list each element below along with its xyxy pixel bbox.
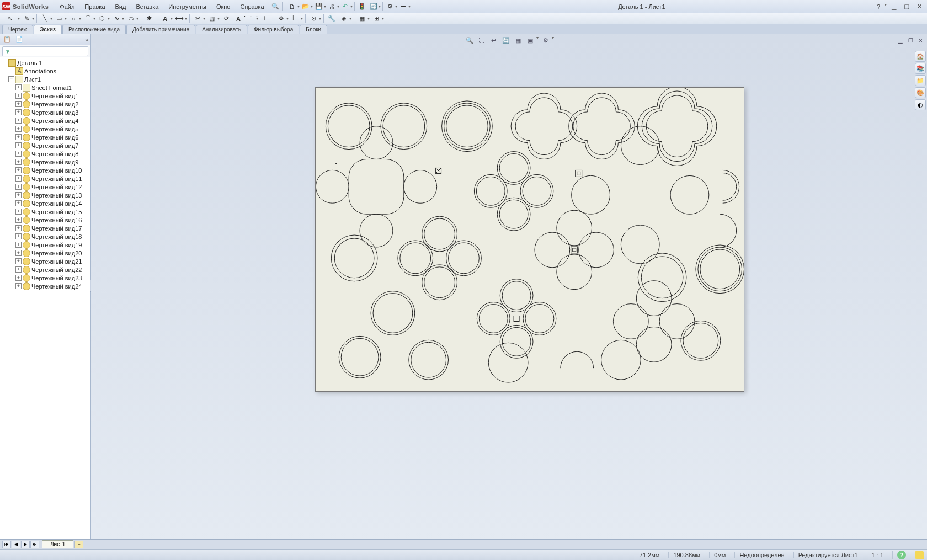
menu-view[interactable]: Вид — [111, 2, 131, 12]
last-sheet-button[interactable]: ⏭ — [30, 541, 39, 548]
tree-expander-icon[interactable]: + — [15, 192, 22, 198]
maximize-button[interactable]: ▢ — [901, 2, 912, 11]
3d-sketch-icon[interactable]: ◈ — [338, 14, 349, 24]
prev-sheet-button[interactable]: ◀ — [12, 541, 20, 548]
minimize-button[interactable]: ▁ — [888, 2, 899, 11]
zoom-fit-icon[interactable]: 🔍 — [465, 35, 475, 45]
tree-expander-icon[interactable]: − — [8, 76, 14, 82]
save-icon[interactable]: 💾 — [313, 2, 324, 12]
tree-expander-icon[interactable]: + — [15, 93, 22, 99]
collapse-panel-icon[interactable]: » — [85, 36, 88, 43]
offset-icon[interactable]: ⟳ — [221, 14, 232, 24]
tree-expander-icon[interactable]: + — [15, 233, 22, 239]
undo-icon[interactable]: ↶ — [340, 2, 351, 12]
tree-expander-icon[interactable]: + — [15, 200, 22, 206]
repair-icon[interactable]: 🔧 — [326, 14, 337, 24]
next-sheet-button[interactable]: ▶ — [21, 541, 30, 548]
menu-insert[interactable]: Вставка — [131, 2, 163, 12]
tree-expander-icon[interactable]: + — [15, 275, 22, 281]
tab-sketch[interactable]: Эскиз — [34, 25, 62, 34]
rebuild-view-icon[interactable]: 🔄 — [501, 35, 511, 45]
print-icon[interactable]: 🖨 — [327, 2, 338, 12]
sheet-tab[interactable]: Лист1 — [42, 540, 73, 548]
tree-expander-icon[interactable]: + — [15, 175, 22, 182]
tree-drawing-view-11[interactable]: +Чертежный вид11 — [1, 174, 89, 183]
tree-drawing-view-23[interactable]: +Чертежный вид23 — [1, 274, 89, 282]
tree-drawing-view-1[interactable]: +Чертежный вид1 — [1, 92, 89, 100]
convert-icon[interactable]: ▧ — [206, 14, 217, 24]
tree-drawing-view-2[interactable]: +Чертежный вид2 — [1, 100, 89, 108]
tree-drawing-view-16[interactable]: +Чертежный вид16 — [1, 216, 89, 224]
appearances-icon[interactable]: ◐ — [915, 99, 926, 110]
menu-tools[interactable]: Инструменты — [164, 2, 211, 12]
tree-drawing-view-6[interactable]: +Чертежный вид6 — [1, 133, 89, 141]
tree-expander-icon[interactable]: + — [15, 217, 22, 223]
options-icon[interactable]: ⚙ — [385, 2, 396, 12]
circle-icon[interactable]: ○ — [68, 14, 79, 24]
first-sheet-button[interactable]: ⏮ — [2, 541, 11, 548]
open-icon[interactable]: 📂 — [300, 2, 311, 12]
close-button[interactable]: ✕ — [914, 2, 925, 11]
arc-icon[interactable]: ⌒ — [82, 14, 93, 24]
tree-expander-icon[interactable]: + — [15, 184, 22, 190]
tree-expander-icon[interactable]: + — [15, 142, 22, 148]
tree-drawing-view-5[interactable]: +Чертежный вид5 — [1, 125, 89, 133]
view-palette-icon[interactable]: 🎨 — [915, 87, 926, 98]
tree-sheet[interactable]: −Лист1 — [1, 75, 89, 83]
point-icon[interactable]: ✱ — [143, 14, 154, 24]
tree-expander-icon[interactable]: + — [15, 250, 22, 256]
menu-window[interactable]: Окно — [212, 2, 235, 12]
tree-drawing-view-20[interactable]: +Чертежный вид20 — [1, 249, 89, 257]
traffic-light-icon[interactable]: 🚦 — [356, 2, 367, 12]
inner-minimize-button[interactable]: ▁ — [896, 36, 905, 44]
move-icon[interactable]: ✥ — [275, 14, 286, 24]
zoom-prev-icon[interactable]: ↩ — [489, 35, 499, 45]
menu-help[interactable]: Справка — [236, 2, 268, 12]
quick-snap-icon[interactable]: ⊙ — [308, 14, 319, 24]
menu-file[interactable]: Файл — [55, 2, 79, 12]
new-icon[interactable]: 🗋 — [287, 2, 298, 12]
zoom-area-icon[interactable]: ⛶ — [477, 35, 487, 45]
tree-expander-icon[interactable]: + — [15, 101, 22, 107]
drawing-canvas[interactable]: ▁ ❐ ✕ 🔍 ⛶ ↩ 🔄 ▦ ▣▾ ⚙▾ 🏠 📚 📁 🎨 ◐ — [91, 34, 927, 539]
tree-expander-icon[interactable]: + — [15, 134, 22, 140]
tree-drawing-view-15[interactable]: +Чертежный вид15 — [1, 207, 89, 216]
search-icon[interactable]: 🔍 — [270, 2, 281, 12]
tree-expander-icon[interactable]: + — [15, 109, 22, 115]
pattern-icon[interactable]: ⋮⋮⋮ — [245, 14, 256, 24]
table-icon[interactable]: ⊞ — [371, 14, 382, 24]
section-view-icon[interactable]: ▦ — [513, 35, 523, 45]
rebuild-icon[interactable]: 🔄 — [368, 2, 379, 12]
tree-drawing-view-4[interactable]: +Чертежный вид4 — [1, 116, 89, 125]
tab-annotation[interactable]: Добавить примечание — [126, 25, 195, 34]
design-library-icon[interactable]: 📚 — [915, 63, 926, 74]
tree-drawing-view-14[interactable]: +Чертежный вид14 — [1, 199, 89, 207]
trim-icon[interactable]: ✂ — [192, 14, 203, 24]
tree-drawing-view-9[interactable]: +Чертежный вид9 — [1, 158, 89, 166]
tree-drawing-view-19[interactable]: +Чертежный вид19 — [1, 241, 89, 249]
tree-expander-icon[interactable]: + — [15, 84, 22, 90]
status-scale[interactable]: 1 : 1 — [867, 552, 888, 558]
tree-drawing-view-10[interactable]: +Чертежный вид10 — [1, 166, 89, 174]
tree-expander-icon[interactable]: + — [15, 159, 22, 165]
tree-annotations[interactable]: AAnnotations — [1, 67, 89, 75]
feature-tree-tab-icon[interactable]: 📋 — [2, 35, 12, 44]
rectangle-icon[interactable]: ▭ — [54, 14, 65, 24]
tree-expander-icon[interactable]: + — [15, 258, 22, 264]
polygon-icon[interactable]: ⬡ — [97, 14, 108, 24]
tree-drawing-view-13[interactable]: +Чертежный вид13 — [1, 191, 89, 199]
tree-expander-icon[interactable]: + — [15, 118, 22, 124]
relation-icon[interactable]: ⊢ — [290, 14, 301, 24]
tab-selection-filter[interactable]: Фильтр выбора — [248, 25, 299, 34]
tree-drawing-view-24[interactable]: +Чертежный вид24 — [1, 282, 89, 290]
property-tab-icon[interactable]: 📄 — [14, 35, 24, 44]
add-sheet-button[interactable]: + — [74, 541, 83, 548]
ellipse-icon[interactable]: ⬭ — [125, 14, 136, 24]
tree-drawing-view-22[interactable]: +Чертежный вид22 — [1, 265, 89, 274]
constraint-icon[interactable]: ⊥ — [259, 14, 270, 24]
tab-view-layout[interactable]: Расположение вида — [62, 25, 126, 34]
tab-drawing[interactable]: Чертеж — [2, 25, 33, 34]
status-note-icon[interactable] — [915, 551, 924, 559]
tree-expander-icon[interactable]: + — [15, 225, 22, 231]
tree-expander-icon[interactable]: + — [15, 242, 22, 248]
